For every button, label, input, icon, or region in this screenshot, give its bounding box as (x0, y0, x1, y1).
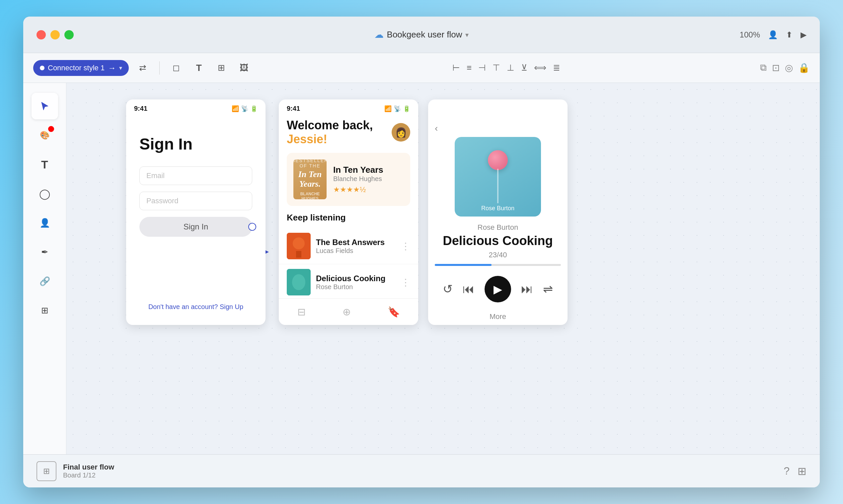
email-field[interactable]: Email (139, 166, 252, 185)
featured-stars: ★★★★½ (333, 185, 383, 194)
toolbar: Connector style 1 → ▾ ⇄ ◻ T ⊞ 🖼 ⊢ ≡ ⊣ ⊤ … (23, 53, 820, 83)
window-title: Bookgeek user flow (387, 30, 462, 40)
board-sub: Board 1/12 (63, 471, 114, 479)
window-title-area: ☁ Bookgeek user flow ▾ (374, 29, 469, 40)
book-item-1[interactable]: The Best Answers Lucas Fields ⋮ (279, 228, 418, 264)
paste-icon[interactable]: ⊡ (772, 62, 780, 73)
distribute-v-icon[interactable]: ≣ (553, 63, 560, 73)
prev-icon[interactable]: ⏮ (463, 282, 475, 296)
sidebar-item-cursor[interactable] (32, 93, 58, 119)
align-center-icon[interactable]: ≡ (467, 63, 471, 73)
book-1-info: The Best Answers Lucas Fields (316, 238, 385, 255)
detail-author: Rose Burton (478, 223, 518, 232)
book-2-title: Delicious Cooking (316, 274, 385, 283)
align-left-icon[interactable]: ⊢ (452, 63, 460, 73)
home-wifi-icon: 📡 (394, 105, 401, 112)
signin-content: Sign In Email Password Sign In Don't hav… (126, 115, 265, 324)
nav-explore-icon[interactable]: ⊕ (343, 306, 351, 318)
sidebar-item-text[interactable]: T (32, 151, 58, 178)
repeat-icon[interactable]: ↺ (443, 282, 453, 296)
user-avatar[interactable]: 👩 (392, 123, 410, 142)
connector-dropdown-icon[interactable]: ▾ (119, 64, 122, 72)
maximize-button[interactable] (64, 30, 74, 39)
bottombar: ⊞ Final user flow Board 1/12 ? ⊞ (23, 454, 820, 487)
align-top-icon[interactable]: ⊤ (493, 63, 500, 73)
welcome-line1: Welcome back, Jessie! (287, 119, 373, 146)
svg-point-8 (292, 274, 305, 290)
home-status-icons: 📶 📡 🔋 (384, 105, 410, 112)
album-art-label: Rose Burton (481, 205, 514, 212)
detail-title: Delicious Cooking (443, 234, 553, 248)
sidebar: 🎨 T ◯ 👤 ✒ 🔗 ⊞ (23, 83, 66, 454)
zoom-level[interactable]: 100% (740, 30, 760, 39)
settings-icon[interactable]: ⊞ (797, 465, 807, 478)
featured-book: BESTSELLER OF THE In Ten Years. BLANCHE … (287, 153, 410, 206)
detail-progress: 23/40 (488, 251, 507, 259)
minimize-button[interactable] (50, 30, 60, 39)
home-status-bar: 9:41 📶 📡 🔋 (279, 100, 418, 115)
help-icon[interactable]: ? (784, 465, 790, 477)
sidebar-item-color[interactable]: 🎨 (32, 122, 58, 148)
progress-bar (435, 264, 561, 266)
wifi-icon: 📡 (241, 105, 248, 112)
home-signal-icon: 📶 (384, 105, 392, 112)
sidebar-item-link[interactable]: 🔗 (32, 268, 58, 294)
copy-icon[interactable]: ⧉ (760, 62, 767, 73)
nav-library-icon[interactable]: ⊟ (297, 306, 306, 318)
book-2-author: Rose Burton (316, 283, 385, 291)
main-area: 🎨 T ◯ 👤 ✒ 🔗 ⊞ Home (23, 83, 820, 454)
align-middle-icon[interactable]: ⊥ (507, 63, 514, 73)
svg-point-5 (293, 237, 305, 249)
book-item-2[interactable]: Delicious Cooking Rose Burton ⋮ (279, 264, 418, 301)
grid-icon[interactable]: ⊞ (213, 59, 230, 77)
password-field[interactable]: Password (139, 192, 252, 210)
titlebar: ☁ Bookgeek user flow ▾ 100% 👤 ⬆ ▶ (23, 17, 820, 53)
canvas[interactable]: Home Book 9:41 📶 📡 🔋 Sign In (66, 83, 820, 454)
svg-rect-6 (296, 251, 302, 258)
app-window: ☁ Bookgeek user flow ▾ 100% 👤 ⬆ ▶ Connec… (23, 17, 820, 487)
book-detail: ‹ Rose Burton Rose Burton Delicious Cook… (428, 116, 568, 325)
sidebar-item-pen[interactable]: ✒ (32, 239, 58, 265)
play-icon[interactable]: ▶ (801, 30, 807, 39)
frame-signin: 9:41 📶 📡 🔋 Sign In Email Password (126, 100, 265, 325)
detail-header: ‹ (435, 123, 561, 133)
back-button[interactable]: ‹ (435, 123, 438, 133)
layer-icon[interactable]: ◎ (785, 62, 793, 73)
play-button[interactable]: ▶ (485, 276, 511, 302)
align-bottom-icon[interactable]: ⊻ (521, 63, 527, 73)
window-controls (36, 30, 74, 39)
image-icon[interactable]: 🖼 (235, 59, 253, 77)
home-battery-icon: 🔋 (403, 105, 410, 112)
featured-book-info: In Ten Years Blanche Hughes ★★★★½ (333, 165, 383, 194)
dropdown-icon[interactable]: ▾ (465, 31, 469, 39)
toolbar-separator-1 (159, 61, 160, 75)
sidebar-item-component[interactable]: ⊞ (32, 297, 58, 324)
text-icon[interactable]: T (190, 59, 207, 77)
bottombar-right: ? ⊞ (784, 465, 807, 478)
nav-bookmark-icon[interactable]: 🔖 (388, 306, 400, 318)
signin-status-icons: 📶 📡 🔋 (232, 105, 258, 112)
shuffle-icon[interactable]: ⇌ (543, 282, 553, 296)
signin-status-bar: 9:41 📶 📡 🔋 (126, 100, 265, 115)
sidebar-item-image[interactable]: 👤 (32, 210, 58, 236)
swap-icon[interactable]: ⇄ (134, 59, 151, 77)
sidebar-item-shape[interactable]: ◯ (32, 180, 58, 207)
signin-button[interactable]: Sign In (139, 217, 252, 237)
user-icon[interactable]: 👤 (768, 30, 778, 39)
lock-icon[interactable]: 🔒 (798, 62, 810, 73)
book-2-menu[interactable]: ⋮ (401, 277, 410, 288)
more-button[interactable]: More (489, 312, 506, 321)
connector-pill[interactable]: Connector style 1 → ▾ (33, 60, 129, 76)
share-icon[interactable]: ⬆ (786, 30, 793, 39)
welcome-name: Jessie! (287, 132, 327, 146)
align-right-icon[interactable]: ⊣ (478, 63, 486, 73)
battery-icon: 🔋 (250, 105, 258, 112)
board-name: Final user flow (63, 463, 114, 471)
welcome-text: Welcome back, Jessie! (287, 119, 373, 146)
next-icon[interactable]: ⏭ (521, 282, 533, 296)
rect-icon[interactable]: ◻ (168, 59, 185, 77)
book-1-menu[interactable]: ⋮ (401, 241, 410, 252)
no-account-text: Don't have an account? Sign Up (139, 303, 252, 311)
distribute-h-icon[interactable]: ⟺ (534, 63, 546, 73)
close-button[interactable] (36, 30, 46, 39)
